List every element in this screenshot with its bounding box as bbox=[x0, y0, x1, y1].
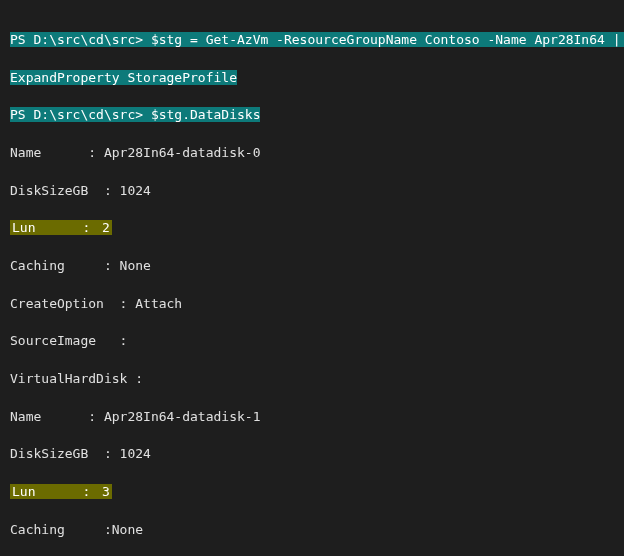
disk1-lun: Lun : 3 bbox=[10, 483, 614, 502]
command-line-1: PS D:\src\cd\src> $stg = Get-AzVm -Resou… bbox=[10, 31, 614, 50]
command-line-2: PS D:\src\cd\src> $stg.DataDisks bbox=[10, 106, 614, 125]
disk0-lun: Lun : 2 bbox=[10, 219, 614, 238]
disk0-vhd: VirtualHardDisk : bbox=[10, 370, 614, 389]
ps-prompt: PS D:\src\cd\src> $stg = Get-AzVm -Resou… bbox=[10, 32, 624, 47]
ps-prompt: PS D:\src\cd\src> $stg.DataDisks bbox=[10, 107, 260, 122]
disk1-size: DiskSizeGB : 1024 bbox=[10, 445, 614, 464]
disk0-caching: Caching : None bbox=[10, 257, 614, 276]
disk0-srcimg: SourceImage : bbox=[10, 332, 614, 351]
terminal-output: PS D:\src\cd\src> $stg = Get-AzVm -Resou… bbox=[0, 0, 624, 556]
command-line-1b: ExpandProperty StorageProfile bbox=[10, 69, 614, 88]
disk0-create: CreateOption : Attach bbox=[10, 295, 614, 314]
disk1-name: Name : Apr28In64-datadisk-1 bbox=[10, 408, 614, 427]
disk0-name: Name : Apr28In64-datadisk-0 bbox=[10, 144, 614, 163]
disk1-caching: Caching :None bbox=[10, 521, 614, 540]
disk0-size: DiskSizeGB : 1024 bbox=[10, 182, 614, 201]
